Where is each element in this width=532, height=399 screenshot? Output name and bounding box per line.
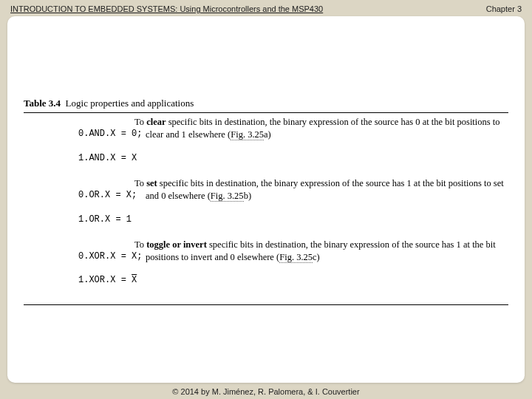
- desc-cell: To set specific bits in destination, the…: [134, 177, 508, 202]
- chapter-label: Chapter 3: [486, 4, 522, 13]
- expr-line: 1.OR.X = 1: [78, 214, 132, 225]
- expr-line: 0.AND.X = 0;: [78, 129, 142, 139]
- expr-line: 0.XOR.X = X;: [78, 251, 142, 262]
- book-title: INTRODUCTION TO EMBEDDED SYSTEMS: Using …: [10, 4, 323, 13]
- table-3-4: Table 3.4 Logic properties and applicati…: [24, 98, 508, 305]
- keyword-set: set: [146, 178, 157, 188]
- expr-line: 1.XOR.X =: [78, 275, 132, 285]
- copyright-text: © 2014 by M. Jiménez, R. Palomera, & I. …: [172, 387, 359, 396]
- fig-ref: Fig. 3.25: [211, 191, 244, 202]
- table-row: 0.AND.X = 0; 1.AND.X = X To clear specif…: [24, 116, 508, 176]
- table-caption: Table 3.4 Logic properties and applicati…: [24, 98, 508, 112]
- table-number: Table 3.4: [24, 98, 61, 109]
- expr-cell: 0.AND.X = 0; 1.AND.X = X: [24, 116, 134, 176]
- table-row: 0.OR.X = X; 1.OR.X = 1 To set specific b…: [24, 177, 508, 237]
- slide-footer: © 2014 by M. Jiménez, R. Palomera, & I. …: [0, 387, 532, 396]
- expr-line: 1.AND.X = X: [78, 153, 137, 163]
- x-bar: X: [132, 274, 137, 286]
- table-bottom-rule: [24, 304, 508, 305]
- slide-header: INTRODUCTION TO EMBEDDED SYSTEMS: Using …: [0, 0, 532, 16]
- expr-cell: 0.OR.X = X; 1.OR.X = 1: [24, 177, 134, 237]
- desc-cell: To clear specific bits in destination, t…: [134, 116, 508, 141]
- fig-ref: Fig. 3.25: [231, 129, 264, 140]
- table-body: 0.AND.X = 0; 1.AND.X = X To clear specif…: [24, 113, 508, 304]
- keyword-clear: clear: [146, 117, 166, 127]
- slide-body: Table 3.4 Logic properties and applicati…: [7, 16, 525, 383]
- table-row: 0.XOR.X = X; 1.XOR.X = X To toggle or in…: [24, 239, 508, 299]
- expr-line: 0.OR.X = X;: [78, 190, 137, 200]
- desc-cell: To toggle or invert specific bits in des…: [134, 239, 508, 264]
- expr-cell: 0.XOR.X = X; 1.XOR.X = X: [24, 239, 134, 299]
- table-title: Logic properties and applications: [66, 98, 194, 109]
- keyword-toggle: toggle or invert: [146, 239, 207, 250]
- fig-ref: Fig. 3.25: [279, 252, 313, 263]
